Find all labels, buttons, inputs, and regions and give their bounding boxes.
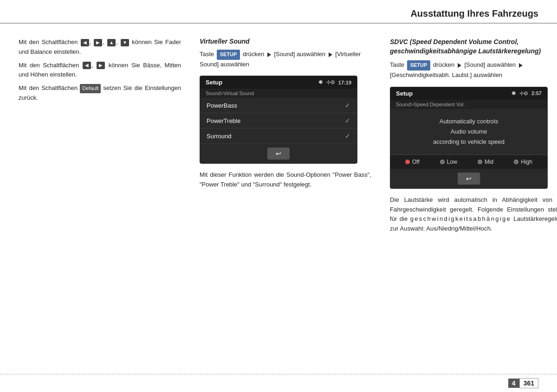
screen-time-1: 17:19: [338, 80, 351, 85]
arrow-right-r2: [519, 63, 523, 68]
screen2-line1: Automatically controls: [395, 116, 543, 127]
page-number: 4 361: [508, 378, 538, 388]
screen-breadcrumb-2: Sound>Speed Dependent Vol.: [390, 100, 547, 109]
screen-back-2: ↩: [390, 169, 547, 188]
screen2-center: Automatically controls Audio volume acco…: [390, 109, 547, 154]
arrow-right-mid: [267, 52, 271, 57]
page-num: 361: [519, 378, 538, 388]
check-powertreble: ✓: [345, 117, 350, 124]
bluetooth-icon: ✱: [318, 79, 323, 85]
screen-item-surround: Surround ✓: [200, 129, 357, 144]
arrow-right-mid2: [329, 52, 332, 57]
page-header: Ausstattung Ihres Fahrzeugs: [0, 0, 557, 24]
option-high: High: [514, 159, 532, 165]
mid-caption: Mit dieser Funktion werden die Sound-Opt…: [200, 170, 371, 190]
spaced-text: geschwindigkeitsabhängige: [410, 215, 512, 222]
screen2-line2: Audio volume: [395, 127, 543, 137]
arrow-right-r1: [458, 63, 461, 68]
mid-section-title: Virtueller Sound: [200, 38, 371, 45]
option-mid: Mid: [478, 159, 493, 165]
option-low: Low: [440, 159, 457, 165]
arrow-left-icon: ◀: [81, 39, 89, 46]
screen-header-1: Setup ✱ ⊹⊙ 17:19: [200, 76, 357, 89]
check-powerbass: ✓: [345, 102, 350, 109]
content-area: Mit den Schaltflächen ◀, ▶, ▲, ▼ können …: [0, 24, 557, 238]
screen-breadcrumb-1: Sound>Virtual Sound: [200, 89, 357, 98]
screen-list-1: PowerBass ✓ PowerTreble ✓ Surround ✓: [200, 98, 357, 144]
screen2-options: Off Low Mid High: [390, 154, 547, 169]
option-off-label: Off: [412, 159, 420, 165]
back-button-2[interactable]: ↩: [458, 173, 480, 185]
screen-icons-2: ✱ ⊹⊙ 2:57: [512, 90, 542, 96]
item-label-surround: Surround: [207, 133, 231, 140]
default-button[interactable]: Default: [80, 84, 101, 93]
page-section: 4: [508, 379, 519, 388]
device-screen-1: Setup ✱ ⊹⊙ 17:19 Sound>Virtual Sound Pow…: [200, 76, 357, 164]
back-button-1[interactable]: ↩: [267, 148, 290, 160]
radio-mid: [478, 160, 482, 164]
setup-btn-right: SETUP: [407, 60, 431, 71]
screen-title-1: Setup: [206, 79, 222, 86]
screen-title-2: Setup: [396, 90, 413, 97]
right-column: SDVC (Speed Dependent Volume Control, ge…: [390, 38, 557, 234]
arrow-right2-icon: ▶: [97, 62, 105, 69]
signal-icon: ⊹⊙: [326, 79, 335, 85]
device-screen-2: Setup ✱ ⊹⊙ 2:57 Sound>Speed Dependent Vo…: [390, 87, 548, 189]
left-para1: Mit den Schaltflächen ◀, ▶, ▲, ▼ können …: [19, 38, 181, 57]
screen-time-2: 2:57: [531, 90, 542, 96]
arrow-up-icon: ▲: [107, 39, 116, 46]
option-off: Off: [405, 159, 420, 165]
bluetooth-icon-2: ✱: [512, 90, 516, 96]
left-para2: Mit den Schaltflächen ◀, ▶ können Sie Bä…: [19, 61, 181, 80]
item-label-powertreble: PowerTreble: [207, 117, 240, 124]
radio-low: [440, 160, 445, 164]
setup-btn-mid: SETUP: [217, 50, 240, 60]
option-mid-label: Mid: [485, 159, 493, 165]
right-instruction: Taste SETUP drücken [Sound] auswählen [G…: [390, 60, 557, 80]
screen-item-powertreble: PowerTreble ✓: [200, 113, 357, 129]
arrow-right-icon: ▶: [94, 39, 102, 46]
left-column: Mit den Schaltflächen ◀, ▶, ▲, ▼ können …: [19, 38, 190, 234]
check-surround: ✓: [345, 132, 350, 140]
screen-back-1: ↩: [200, 144, 357, 163]
arrow-down-icon: ▼: [121, 39, 129, 46]
radio-off: [405, 160, 410, 164]
left-para3: Mit den Schaltflächen Default setzen Sie…: [19, 84, 181, 103]
header-title: Ausstattung Ihres Fahrzeugs: [410, 8, 538, 19]
right-bottom-text: Die Lautstärke wird automatisch in Abhän…: [390, 195, 557, 234]
item-label-powerbass: PowerBass: [207, 102, 237, 109]
option-low-label: Low: [447, 159, 457, 165]
page-footer: 4 361: [0, 374, 557, 392]
radio-high: [514, 160, 518, 164]
right-section-title: SDVC (Speed Dependent Volume Control, ge…: [390, 38, 557, 56]
screen2-line3: according to vehicle speed: [395, 137, 543, 147]
mid-instruction: Taste SETUP drücken [Sound] auswählen [V…: [200, 50, 371, 69]
arrow-left2-icon: ◀: [83, 62, 91, 69]
option-high-label: High: [521, 159, 532, 165]
mid-column: Virtueller Sound Taste SETUP drücken [So…: [200, 38, 381, 234]
screen-icons-1: ✱ ⊹⊙ 17:19: [318, 79, 351, 85]
screen-header-2: Setup ✱ ⊹⊙ 2:57: [390, 87, 547, 100]
screen-item-powerbass: PowerBass ✓: [200, 98, 357, 113]
signal-icon-2: ⊹⊙: [519, 90, 528, 96]
